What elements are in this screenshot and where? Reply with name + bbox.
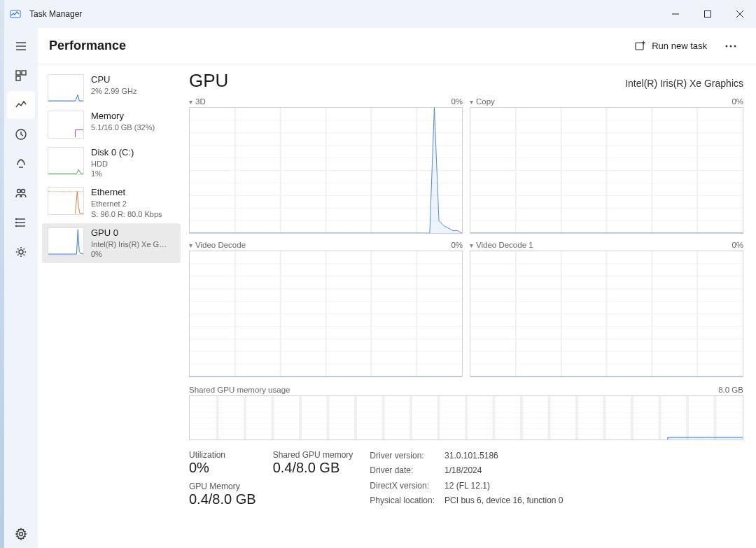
svg-point-22 (20, 533, 23, 536)
graph-video-decode[interactable]: ▾Video Decode0% (189, 241, 463, 377)
more-options-button[interactable] (717, 35, 745, 57)
ellipsis-icon (725, 45, 736, 48)
detail-title: GPU (189, 70, 228, 92)
maximize-button[interactable] (692, 3, 724, 25)
performance-sidebar: CPU 2% 2.99 GHz Memory 5.1/16.0 GB (32%) (38, 64, 185, 548)
nav-rail (4, 28, 38, 548)
svg-rect-23 (636, 43, 643, 50)
settings-icon[interactable] (7, 520, 35, 548)
svg-point-26 (726, 45, 728, 47)
services-icon[interactable] (7, 238, 35, 266)
close-button[interactable] (724, 3, 756, 25)
gpu-thumbnail (48, 227, 84, 255)
chevron-down-icon: ▾ (189, 241, 192, 249)
chevron-down-icon: ▾ (470, 98, 473, 106)
page-header: Performance Run new task (38, 28, 756, 64)
run-task-icon (635, 41, 646, 52)
users-icon[interactable] (7, 179, 35, 207)
svg-point-13 (18, 190, 21, 193)
app-icon (10, 8, 21, 20)
shared-gpu-memory-graph[interactable] (189, 395, 743, 440)
memory-thumbnail (48, 111, 84, 139)
gpu-engine-graphs: ▾3D0% ▾Copy0% ▾Video Decode0% ▾Vide (185, 97, 743, 377)
svg-point-28 (734, 45, 736, 47)
device-name: Intel(R) Iris(R) Xe Graphics (625, 78, 743, 89)
graph-video-decode-1[interactable]: ▾Video Decode 10% (470, 241, 743, 377)
svg-point-14 (22, 190, 25, 193)
svg-point-27 (730, 45, 732, 47)
processes-icon[interactable] (7, 62, 35, 90)
performance-icon[interactable] (7, 91, 35, 119)
sidebar-item-gpu[interactable]: GPU 0 Intel(R) Iris(R) Xe G… 0% (42, 223, 181, 263)
svg-rect-2 (705, 11, 711, 17)
svg-rect-8 (16, 71, 20, 75)
svg-point-18 (16, 219, 17, 220)
memory-graph-max: 8.0 GB (718, 386, 743, 394)
cpu-thumbnail (48, 74, 84, 102)
ethernet-thumbnail (48, 187, 84, 215)
startup-icon[interactable] (7, 150, 35, 178)
run-new-task-button[interactable]: Run new task (628, 36, 714, 56)
sidebar-item-cpu[interactable]: CPU 2% 2.99 GHz (42, 70, 181, 106)
disk-thumbnail (48, 147, 84, 175)
app-history-icon[interactable] (7, 120, 35, 148)
chevron-down-icon: ▾ (189, 98, 192, 106)
hamburger-button[interactable] (7, 32, 35, 60)
svg-point-20 (16, 226, 17, 227)
detail-pane: GPU Intel(R) Iris(R) Xe Graphics ▾3D0% ▾… (185, 64, 756, 548)
graph-3d[interactable]: ▾3D0% (189, 97, 463, 234)
minimize-button[interactable] (659, 3, 692, 25)
window-title: Task Manager (29, 9, 82, 19)
gpu-stats: Utilization 0% GPU Memory 0.4/8.0 GB Sha… (185, 450, 743, 507)
svg-point-19 (16, 223, 17, 223)
sidebar-item-ethernet[interactable]: Ethernet Ethernet 2 S: 96.0 R: 80.0 Kbps (42, 183, 181, 223)
sidebar-item-memory[interactable]: Memory 5.1/16.0 GB (32%) (42, 106, 181, 143)
details-icon[interactable] (7, 209, 35, 237)
memory-graph-label: Shared GPU memory usage (189, 386, 290, 394)
page-title: Performance (49, 38, 126, 53)
task-manager-window: Task Manager Performance Run ne (4, 0, 756, 548)
graph-copy[interactable]: ▾Copy0% (470, 97, 743, 234)
svg-rect-9 (22, 71, 26, 75)
svg-point-21 (19, 250, 23, 254)
titlebar[interactable]: Task Manager (4, 0, 756, 28)
svg-rect-10 (16, 76, 20, 80)
sidebar-item-disk[interactable]: Disk 0 (C:) HDD 1% (42, 143, 181, 183)
chevron-down-icon: ▾ (470, 241, 473, 249)
